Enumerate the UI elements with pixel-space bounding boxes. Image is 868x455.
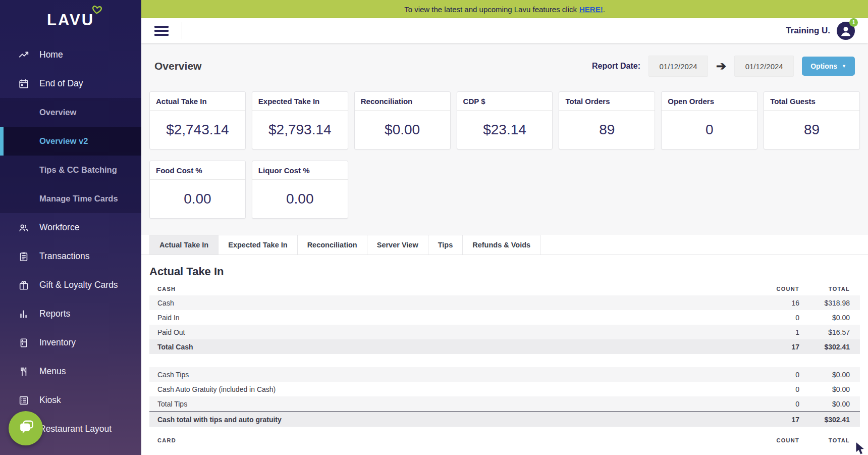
sidebar-item-workforce[interactable]: Workforce [0,213,141,242]
report-date-from-input[interactable] [648,56,708,77]
stat-card-label: Total Orders [559,92,655,111]
report-date-label: Report Date: [592,62,640,71]
sidebar: LAVU Home [0,0,141,455]
sidebar-item-reports[interactable]: Reports [0,299,141,328]
lavu-logo[interactable]: LAVU [0,0,141,40]
gift-card-icon [18,279,30,291]
row-count: 0 [739,400,799,408]
table-row-paid-out: Paid Out 1 $16.57 [149,325,860,339]
tab-refunds-voids[interactable]: Refunds & Voids [462,235,540,255]
sidebar-item-menus[interactable]: Menus [0,357,141,386]
row-label: Cash Auto Gratuity (included in Cash) [157,385,739,393]
stat-card-value: 0.00 [150,180,245,218]
row-total: $0.00 [799,385,850,393]
options-button-label: Options [810,62,837,70]
table-row-cash-total-with-tips: Cash total with tips and auto gratuity 1… [149,411,860,427]
chat-widget-button[interactable] [9,411,43,445]
sidebar-item-label: Transactions [39,251,90,262]
banner-text: To view the latest and upcoming Lavu fea… [404,5,577,14]
column-header-total: TOTAL [799,437,850,443]
sidebar-item-label: End of Day [39,78,83,89]
section-title: Actual Take In [149,265,860,278]
sidebar-item-label: Home [39,49,63,60]
list-board-icon [18,394,30,407]
stat-card-value: 89 [764,111,859,149]
sidebar-item-tips-cc-batching[interactable]: Tips & CC Batching [0,156,141,184]
people-icon [18,222,30,234]
end-of-day-submenu: Overview Overview v2 Tips & CC Batching … [0,98,141,213]
main-area: To view the latest and upcoming Lavu fea… [141,0,868,455]
sidebar-item-gift-loyalty-cards[interactable]: Gift & Loyalty Cards [0,271,141,299]
user-menu[interactable]: Training U. 1 [786,22,855,40]
logo-heart-icon [90,4,104,18]
fridge-icon [18,337,30,349]
sidebar-item-label: Reports [39,309,70,319]
user-name: Training U. [786,26,830,36]
row-label: Paid Out [157,328,739,336]
tab-tips[interactable]: Tips [428,235,463,255]
sidebar-item-overview[interactable]: Overview [0,98,141,127]
stat-card-value: $2,793.14 [252,111,348,149]
chevron-down-icon: ▼ [842,64,846,69]
table-row-cash-tips: Cash Tips 0 $0.00 [149,367,860,382]
row-label: Cash total with tips and auto gratuity [157,416,739,424]
chat-icon [16,418,35,439]
topbar-divider [182,22,182,39]
table-row-total-cash: Total Cash 17 $302.41 [149,339,860,354]
avatar[interactable]: 1 [837,22,855,40]
report-date-to-input[interactable] [734,56,794,77]
row-total: $302.41 [799,416,850,424]
tab-server-view[interactable]: Server View [367,235,428,255]
stat-card-label: CDP $ [457,92,553,111]
column-header-count: COUNT [739,286,799,292]
sidebar-item-label: Inventory [39,337,76,348]
sidebar-item-label: Overview [39,108,76,117]
sidebar-item-label: Tips & CC Batching [39,165,117,175]
stat-card-label: Actual Take In [150,92,245,111]
stat-card-label: Total Guests [764,92,859,111]
stat-card-expected-take-in: Expected Take In $2,793.14 [252,91,348,149]
notification-badge: 1 [849,18,858,27]
row-total: $0.00 [799,371,850,379]
stat-card-cdp: CDP $ $23.14 [457,91,553,149]
bar-chart-icon [18,308,30,320]
stat-card-actual-take-in: Actual Take In $2,743.14 [149,91,246,149]
stat-card-value: 0 [662,111,757,149]
sidebar-item-home[interactable]: Home [0,40,141,69]
tab-expected-take-in[interactable]: Expected Take In [218,235,297,255]
row-label: Total Cash [157,343,739,351]
row-total: $0.00 [799,314,850,322]
row-total: $16.57 [799,328,850,336]
row-count: 0 [739,385,799,393]
hamburger-menu-icon[interactable] [154,26,169,36]
sidebar-item-label: Restaurant Layout [39,424,112,434]
sidebar-item-label: Overview v2 [39,136,88,146]
logo-text: LAVU [47,11,94,29]
cash-table-header: CASH COUNT TOTAL [149,283,860,295]
sidebar-item-overview-v2[interactable]: Overview v2 [0,127,141,156]
app-window: LAVU Home [0,0,868,455]
stat-card-label: Liquor Cost % [252,161,348,180]
row-label: Cash [157,299,739,307]
tab-reconciliation[interactable]: Reconciliation [297,235,367,255]
row-total: $302.41 [799,343,850,351]
sidebar-item-kiosk[interactable]: Kiosk [0,386,141,415]
stat-card-value: $0.00 [355,111,450,149]
table-row-cash: Cash 16 $318.98 [149,295,860,310]
sidebar-item-label: Manage Time Cards [39,194,118,204]
sidebar-item-manage-time-cards[interactable]: Manage Time Cards [0,184,141,213]
stat-card-reconciliation: Reconciliation $0.00 [354,91,451,149]
sidebar-item-inventory[interactable]: Inventory [0,328,141,357]
options-button[interactable]: Options ▼ [802,57,855,76]
fork-knife-icon [18,366,30,378]
report-panel: Actual Take In Expected Take In Reconcil… [141,235,868,455]
report-controls: Report Date: ➔ Options ▼ [592,56,855,77]
sidebar-item-transactions[interactable]: Transactions [0,242,141,271]
row-count: 0 [739,371,799,379]
row-total: $0.00 [799,400,850,408]
tab-actual-take-in[interactable]: Actual Take In [149,235,219,255]
sidebar-item-end-of-day[interactable]: End of Day [0,69,141,98]
card-table-header: CARD COUNT TOTAL [149,435,860,447]
row-label: Cash Tips [157,371,739,379]
banner-here-link[interactable]: HERE! [579,5,603,14]
